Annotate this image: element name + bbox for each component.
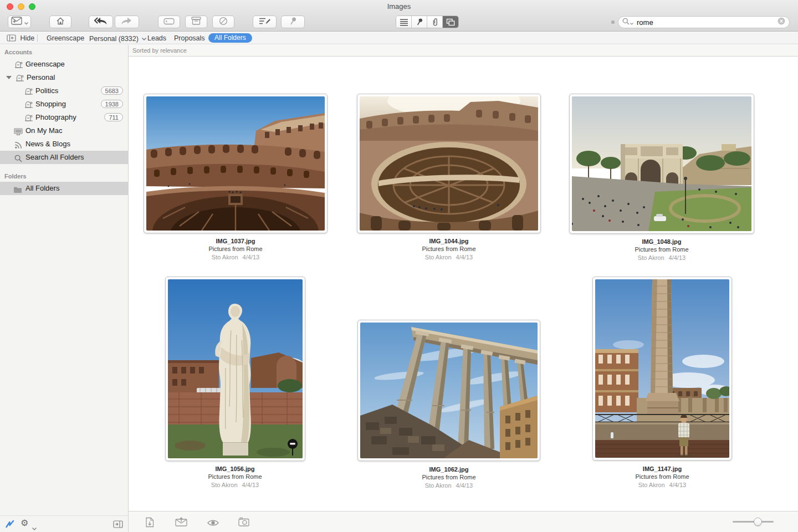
pin-icon xyxy=(289,17,297,28)
sidebar-item-photography[interactable]: Photography 711 xyxy=(0,111,129,124)
compose-button[interactable] xyxy=(253,16,277,28)
sidebar-item-label: Photography xyxy=(35,111,76,124)
tab-leads[interactable]: Leads xyxy=(147,32,166,44)
sidebar-item-label: All Folders xyxy=(25,182,59,195)
image-filename: IMG_1037.jpg xyxy=(163,237,308,245)
quick-look-eye-icon[interactable] xyxy=(207,519,219,529)
message-meta: Sto Akron4/4/13 xyxy=(590,254,734,262)
disclosure-triangle-icon[interactable] xyxy=(6,76,12,79)
sidebar-item-on-my-mac[interactable]: On My Mac xyxy=(0,124,129,137)
image-card[interactable] xyxy=(165,277,305,461)
tab-all-folders-active[interactable]: All Folders xyxy=(208,33,252,43)
chevron-down-icon xyxy=(24,17,28,27)
folder-icon xyxy=(13,185,22,198)
sidebar-item-label: Politics xyxy=(35,84,58,98)
sidebar-item-all-folders[interactable]: All Folders xyxy=(0,182,129,195)
image-caption: IMG_1056.jpg Pictures from Rome Sto Akro… xyxy=(163,465,307,489)
message-subject: Pictures from Rome xyxy=(377,473,521,482)
sidebar-item-greenscape[interactable]: Greenscape xyxy=(0,58,129,71)
image-card[interactable] xyxy=(357,320,540,461)
sender-name: Sto Akron xyxy=(638,254,664,261)
hide-sidebar-button[interactable]: Hide xyxy=(7,32,34,45)
forward-button[interactable] xyxy=(115,16,139,28)
image-caption: IMG_1044.jpg Pictures from Rome Sto Akro… xyxy=(377,237,521,262)
gear-icon[interactable]: ⚙ xyxy=(21,519,28,528)
tab-personal[interactable]: Personal (8332) xyxy=(89,32,146,45)
toolbar-overflow-handle xyxy=(611,21,615,24)
sidebar-item-shopping[interactable]: Shopping 1938 xyxy=(0,98,129,111)
favorites-bar: Hide Greenscape Personal (8332) Leads Pr… xyxy=(0,32,798,44)
list-view-segment[interactable] xyxy=(396,16,412,28)
sidebar-item-label: Shopping xyxy=(35,98,66,111)
sidebar-item-politics[interactable]: Politics 5683 xyxy=(0,84,129,98)
message-date: 4/4/13 xyxy=(669,482,687,488)
thumbnail-zoom-slider-track[interactable] xyxy=(733,521,774,523)
message-date: 4/4/13 xyxy=(669,254,686,261)
unread-count-badge: 1938 xyxy=(101,100,123,108)
message-date: 4/4/13 xyxy=(243,254,260,260)
search-icon xyxy=(622,17,630,27)
message-meta: Sto Akron4/4/13 xyxy=(377,253,521,262)
camera-icon[interactable] xyxy=(238,517,249,529)
unread-count-badge: 711 xyxy=(104,113,123,121)
image-card[interactable] xyxy=(569,94,754,234)
window-title: Images xyxy=(0,2,798,11)
image-filename: IMG_1062.jpg xyxy=(377,466,521,473)
sidebar: Accounts Greenscape Personal Politics 56… xyxy=(0,45,129,532)
images-view-segment[interactable] xyxy=(443,16,458,28)
archive-button[interactable] xyxy=(185,16,207,28)
message-subject: Pictures from Rome xyxy=(163,245,308,253)
expand-panel-icon[interactable] xyxy=(113,520,123,530)
block-button[interactable] xyxy=(212,16,234,28)
chevron-down-icon[interactable] xyxy=(32,523,37,532)
chevron-down-icon xyxy=(142,32,146,44)
message-subject: Pictures from Rome xyxy=(377,245,521,253)
pin-button[interactable] xyxy=(281,16,305,28)
sidebar-item-label: Greenscape xyxy=(25,58,65,71)
pinned-view-segment[interactable] xyxy=(412,16,427,28)
forward-icon xyxy=(121,17,133,27)
image-filename: IMG_1048.jpg xyxy=(590,238,734,245)
sender-name: Sto Akron xyxy=(211,482,238,488)
tab-greenscape[interactable]: Greenscape xyxy=(47,32,84,44)
image-filename: IMG_1147.jpg xyxy=(590,465,734,473)
sidebar-item-news-blogs[interactable]: News & Blogs xyxy=(0,137,129,151)
photo-colosseum-arena-floor xyxy=(360,96,538,231)
reply-all-button[interactable] xyxy=(89,16,113,28)
image-caption: IMG_1147.jpg Pictures from Rome Sto Akro… xyxy=(590,465,734,489)
sidebar-item-label: Personal xyxy=(27,71,55,84)
quick-post-zigzag-icon[interactable] xyxy=(6,520,16,530)
open-message-icon[interactable] xyxy=(175,517,187,529)
message-date: 4/4/13 xyxy=(456,482,473,489)
sidebar-item-personal[interactable]: Personal xyxy=(0,71,129,84)
thumbnail-zoom-slider-knob[interactable] xyxy=(754,518,762,526)
sidebar-item-label: On My Mac xyxy=(25,124,62,137)
photo-colosseum-interior xyxy=(146,96,325,231)
archive-icon xyxy=(191,17,201,27)
image-caption: IMG_1048.jpg Pictures from Rome Sto Akro… xyxy=(590,238,734,262)
folders-header: Folders xyxy=(4,172,27,181)
search-input[interactable] xyxy=(636,18,777,27)
image-card[interactable] xyxy=(592,277,732,461)
home-icon xyxy=(56,17,65,27)
sender-name: Sto Akron xyxy=(425,482,452,489)
sidebar-item-search-all-folders[interactable]: Search All Folders xyxy=(0,151,129,164)
sender-name: Sto Akron xyxy=(212,254,238,260)
tab-proposals[interactable]: Proposals xyxy=(174,32,205,44)
tab-personal-label: Personal (8332) xyxy=(89,35,139,43)
image-caption: IMG_1037.jpg Pictures from Rome Sto Akro… xyxy=(163,237,308,262)
tag-button[interactable] xyxy=(158,16,180,28)
save-attachment-icon[interactable] xyxy=(145,517,155,530)
image-card[interactable] xyxy=(357,94,541,233)
home-button[interactable] xyxy=(49,16,71,28)
compose-icon xyxy=(259,17,271,28)
search-scope-chevron-icon[interactable] xyxy=(630,17,633,27)
clear-search-icon[interactable] xyxy=(777,17,785,27)
hide-panel-icon xyxy=(7,33,16,45)
photo-roman-statue xyxy=(168,279,303,458)
attachments-view-segment[interactable] xyxy=(427,16,443,28)
image-card[interactable] xyxy=(144,94,328,233)
get-mail-button[interactable] xyxy=(8,16,31,28)
message-meta: Sto Akron4/4/13 xyxy=(163,481,307,489)
search-field[interactable] xyxy=(618,16,790,28)
